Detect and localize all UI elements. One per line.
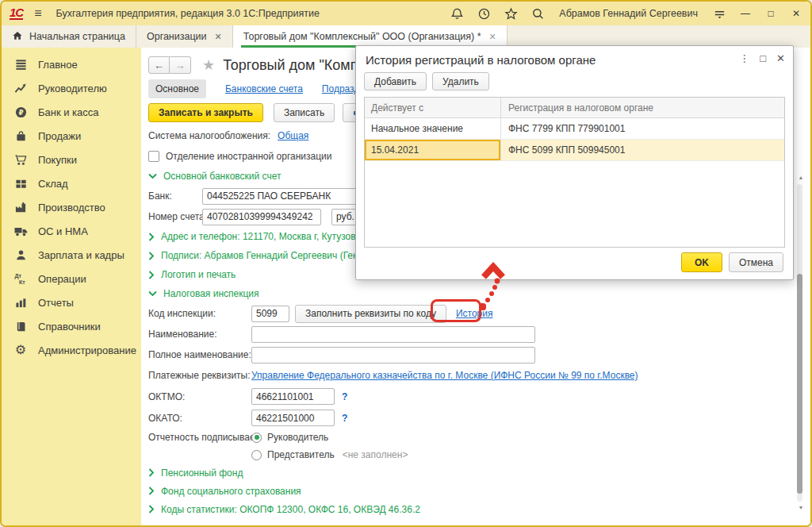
oktmo-input[interactable]: [251, 388, 335, 405]
tab-close-icon[interactable]: ✕: [215, 32, 222, 42]
back-button[interactable]: ←: [148, 56, 170, 74]
person-icon: [12, 249, 29, 261]
sidebar-item-operations[interactable]: ДтКт Операции: [2, 267, 141, 290]
menu-icon: [12, 59, 29, 71]
section-social-fund[interactable]: Фонд социального страхования: [145, 482, 810, 500]
table-header-row: Действует с Регистрация в налоговом орга…: [365, 98, 784, 118]
current-user-name[interactable]: Абрамов Геннадий Сергеевич: [559, 8, 698, 19]
chevron-right-icon: [148, 487, 155, 495]
tab-home-label: Начальная страница: [29, 31, 125, 42]
scroll-down-arrow[interactable]: ▼: [798, 505, 804, 510]
table-row[interactable]: Начальное значение ФНС 7799 КПП 77990100…: [365, 118, 784, 140]
svg-text:Кт: Кт: [19, 279, 25, 285]
main-menu-icon[interactable]: ≡: [34, 6, 41, 21]
ruble-circle-icon: ₽: [12, 106, 29, 118]
forward-button[interactable]: →: [170, 56, 191, 74]
history-link[interactable]: История: [456, 308, 493, 319]
delete-button[interactable]: Удалить: [432, 72, 489, 90]
chevron-right-icon: [148, 233, 155, 241]
service-settings-icon[interactable]: [712, 6, 726, 21]
1c-logo-icon: 1С: [10, 7, 23, 20]
foreign-org-label: Отделение иностранной организации: [166, 151, 331, 162]
sidebar-item-reports[interactable]: Отчеты: [2, 290, 141, 314]
scrollbar-thumb[interactable]: [797, 274, 802, 494]
section-pension-fund[interactable]: Пенсионный фонд: [145, 464, 810, 482]
table-row-selected[interactable]: 15.04.2021 ФНС 5099 КПП 509945001: [365, 140, 784, 161]
full-name-label: Полное наименование:: [148, 349, 251, 360]
sidebar-item-os-nma[interactable]: ОС и НМА: [2, 219, 141, 243]
dialog-close-icon[interactable]: ✕: [776, 52, 785, 64]
name-input[interactable]: [251, 326, 535, 343]
sidebar-item-warehouse[interactable]: Склад: [2, 171, 141, 195]
search-icon[interactable]: [530, 6, 545, 21]
sidebar-item-sales[interactable]: Продажи: [2, 124, 141, 148]
signer-radio-representative[interactable]: [251, 450, 262, 460]
foreign-org-checkbox[interactable]: [148, 151, 159, 162]
signer-row-2: Представитель <не заполнен>: [145, 446, 810, 464]
maximize-button[interactable]: □: [764, 8, 777, 19]
favorite-star-icon[interactable]: ★: [202, 56, 215, 74]
minimize-button[interactable]: —: [739, 8, 752, 19]
ok-button[interactable]: OK: [681, 252, 722, 272]
scroll-up-arrow[interactable]: ▲: [798, 175, 804, 180]
sidebar-item-manager[interactable]: Руководителю: [2, 76, 141, 100]
truck-icon: [12, 225, 29, 237]
add-button[interactable]: Добавить: [364, 72, 427, 90]
bar-chart-icon: [12, 297, 29, 309]
save-button[interactable]: Записать: [274, 103, 335, 122]
tab-organizations[interactable]: Организации ✕: [136, 25, 233, 48]
tax-system-link[interactable]: Общая: [278, 130, 308, 141]
chevron-right-icon: [148, 252, 155, 260]
full-name-input[interactable]: [251, 347, 535, 364]
sidebar-item-main[interactable]: Главное: [2, 52, 141, 76]
app-title: Бухгалтерия предприятия, редакция 3.0 1С…: [56, 8, 320, 19]
okato-help-icon[interactable]: ?: [342, 413, 347, 424]
dialog-maximize-icon[interactable]: □: [760, 52, 766, 64]
sidebar-item-purchases[interactable]: Покупки: [2, 148, 141, 171]
save-close-button[interactable]: Записать и закрыть: [148, 103, 263, 122]
sidebar-item-administration[interactable]: ⚙ Администрирование: [2, 338, 141, 362]
column-header-date[interactable]: Действует с: [365, 98, 501, 117]
tab-home[interactable]: Начальная страница: [2, 25, 136, 48]
signer-radio-director[interactable]: [251, 433, 262, 443]
sidebar-item-label: Зарплата и кадры: [38, 249, 124, 261]
sidebar-item-production[interactable]: Производство: [2, 195, 141, 219]
section-stat-codes[interactable]: Коды статистики: ОКОПФ 12300, ОКФС 16, О…: [145, 500, 810, 518]
sidebar-item-bank-cash[interactable]: ₽ Банк и касса: [2, 100, 141, 124]
tab-organization-card[interactable]: Торговый дом "Комплексный" ООО (Организа…: [233, 25, 508, 48]
sidebar-item-label: Администрирование: [38, 344, 136, 356]
sidebar-item-label: Склад: [38, 178, 68, 190]
sidebar-item-directories[interactable]: Справочники: [2, 314, 141, 338]
cell-date: 15.04.2021: [365, 140, 501, 160]
section-tax-inspection[interactable]: Налоговая инспекция: [145, 284, 810, 303]
tab-label: Торговый дом "Комплексный" ООО (Организа…: [243, 31, 481, 42]
account-number-input[interactable]: [202, 209, 321, 225]
history-clock-icon[interactable]: [477, 6, 491, 21]
nav-tab-main[interactable]: Основное: [148, 79, 206, 98]
book-icon: [12, 321, 29, 333]
fill-by-code-button[interactable]: Заполнить реквизиты по коду: [295, 305, 446, 323]
registration-table: Действует с Регистрация в налоговом орга…: [364, 97, 785, 248]
notifications-bell-icon[interactable]: [450, 6, 464, 21]
cancel-button[interactable]: Отмена: [729, 252, 783, 272]
close-button[interactable]: ✕: [790, 8, 802, 19]
home-icon: [12, 30, 23, 43]
sidebar: Главное Руководителю ₽ Банк и касса Прод…: [2, 48, 141, 525]
section-title: Адрес и телефон: 121170, Москва г, Кутуз…: [161, 231, 375, 242]
section-title: Логотип и печать: [161, 269, 236, 280]
dialog-more-icon[interactable]: ⋮: [739, 52, 749, 64]
tab-close-icon[interactable]: ✕: [489, 32, 496, 42]
favorites-star-icon[interactable]: [504, 6, 518, 21]
sidebar-item-label: Главное: [38, 59, 78, 71]
okato-input[interactable]: [251, 410, 335, 426]
oktmo-help-icon[interactable]: ?: [342, 391, 347, 402]
inspection-code-input[interactable]: [251, 306, 289, 322]
nav-link-bank-accounts[interactable]: Банковские счета: [225, 83, 303, 94]
sidebar-item-salary-hr[interactable]: Зарплата и кадры: [2, 243, 141, 267]
column-header-registration[interactable]: Регистрация в налоговом органе: [501, 102, 784, 113]
sidebar-item-label: Производство: [38, 202, 105, 213]
signer-label: Отчетность подписывает:: [148, 432, 251, 443]
registration-history-dialog: История регистраций в налоговом органе ⋮…: [355, 45, 794, 280]
payment-details-link[interactable]: Управление Федерального казначейства по …: [251, 370, 638, 381]
oktmo-label: ОКТМО:: [148, 391, 251, 402]
